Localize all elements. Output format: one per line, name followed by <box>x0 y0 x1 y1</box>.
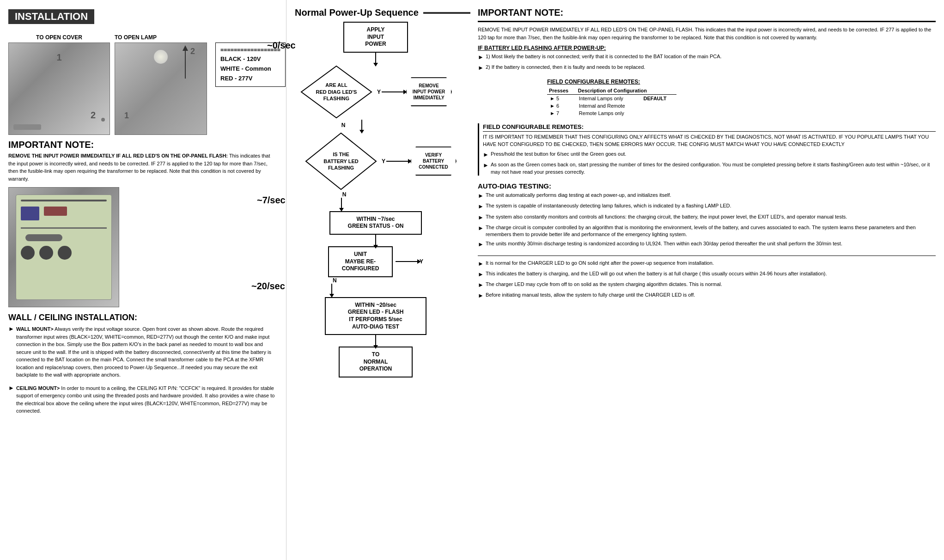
auto-diag-section: AUTO-DIAG TESTING: ► The unit automatica… <box>478 182 936 249</box>
field-config-item-2: ► As soon as the Green comes back on, st… <box>483 161 936 176</box>
important-note-left: IMPORTANT NOTE: REMOVE THE INPUT POWER I… <box>8 140 278 183</box>
cover-image-col: TO OPEN COVER 1 2 <box>8 34 110 135</box>
remotes-desc-5: Internal Lamps only <box>576 95 641 103</box>
field-config-note: IT IS IMPORTANT TO REMEMBER THAT THIS CO… <box>483 134 936 148</box>
are-all-row: ARE ALLRED DIAG LED'SFLASHING Y REMOVEIN… <box>295 64 457 120</box>
twenty-sec-row: ~20/sec N <box>295 277 457 295</box>
within-20-row: WITHIN ~20/sec GREEN LED - FLASH IT PERF… <box>295 297 457 335</box>
wall-mount-label: WALL MOUNT> <box>16 326 54 332</box>
arrow3 <box>375 235 376 246</box>
time-zero: ~0/sec <box>267 40 296 51</box>
important-note-title-right: IMPORTANT NOTE: <box>478 7 936 18</box>
lamp-image: 2 1 <box>115 43 207 135</box>
n-arrow-2 <box>341 198 342 209</box>
bottom-bullet-1: ► It is normal for the CHARGER LED to go… <box>478 260 936 268</box>
transformer-black: BLACK - 120V <box>220 55 280 64</box>
bottom-bullet-3: ► The charger LED may cycle from off to … <box>478 281 936 289</box>
bottom-bullet-2: ► This indicates the battery is charging… <box>478 270 936 279</box>
bottom-bullets: ► It is normal for the CHARGER LED to go… <box>478 256 936 300</box>
bottom-bullet-4: ► Before initiating manual tests, allow … <box>478 292 936 300</box>
wall-mount-item: ► WALL MOUNT> Always verify the input vo… <box>8 325 278 382</box>
cover-label: TO OPEN COVER <box>8 34 110 41</box>
n-label-3: N <box>333 277 337 284</box>
lamp-col: TO OPEN LAMP 2 1 ================ <box>115 34 286 135</box>
ceiling-bullet-arrow: ► <box>8 384 14 418</box>
remotes-desc-6: Internal and Remote <box>576 102 641 110</box>
n-label-1: N <box>341 122 346 128</box>
remotes-note-5: DEFAULT <box>641 95 676 103</box>
transformer-red: RED - 277V <box>220 74 280 84</box>
important-note-bold: REMOVE THE INPUT POWER IMMEDIATELY IF AL… <box>8 153 228 158</box>
bottom-1-text: It is normal for the CHARGER LED to go O… <box>486 260 714 268</box>
info-area: IMPORTANT NOTE: REMOVE THE INPUT POWER I… <box>478 7 936 553</box>
unit-maybe-box: UNIT MAYBE RE- CONFIGURED <box>328 246 393 277</box>
auto-diag-item-3: ► The system also constantly monitors an… <box>478 213 936 222</box>
auto-diag-item-2: ► The system is capable of instantaneous… <box>478 202 936 211</box>
wall-section: WALL / CEILING INSTALLATION: ► WALL MOUN… <box>8 313 278 418</box>
interior-image-row <box>8 187 278 307</box>
unit-maybe-row: UNIT MAYBE RE- CONFIGURED Y <box>295 246 457 277</box>
page: INSTALLATION TO OPEN COVER 1 2 <box>0 0 944 560</box>
normal-op-row: TO NORMAL OPERATION <box>295 347 457 377</box>
wall-mount-text: WALL MOUNT> Always verify the input volt… <box>16 325 278 379</box>
important-note-body-left: REMOVE THE INPUT POWER IMMEDIATELY IF AL… <box>8 152 278 183</box>
bottom-3-text: The charger LED may cycle from off to on… <box>486 281 722 289</box>
install-title: INSTALLATION <box>8 9 94 24</box>
remotes-col-presses: Presses <box>547 87 576 95</box>
y-label-2: Y <box>382 158 385 164</box>
transformer-white: WHITE - Common <box>220 64 280 74</box>
ceiling-mount-text: CEILING MOUNT> In order to mount to a ce… <box>16 384 278 415</box>
battery-item-2: ► 2) If the battery is connected, then i… <box>478 64 936 72</box>
apply-power-box: APPLY INPUT POWER <box>343 22 408 53</box>
is-battery-y-arrow: Y VERIFYBATTERYCONNECTED <box>382 146 457 176</box>
cover-image: 1 2 <box>8 43 110 135</box>
field-config-main-title: FIELD CONFIGURABLE REMOTES: <box>483 123 936 132</box>
remotes-row-7: ► 7 Remote Lamps only <box>547 110 676 117</box>
within-7-row: WITHIN ~7/sec GREEN STATUS - ON <box>295 211 457 235</box>
time-twenty: ~20/sec <box>251 281 285 292</box>
left-panel: INSTALLATION TO OPEN COVER 1 2 <box>0 0 286 560</box>
if-battery-title: IF BATTERY LED FLASHING AFTER POWER-UP: <box>478 45 936 51</box>
flowchart: ~0/sec APPLY INPUT POWER <box>295 22 457 377</box>
time-seven: ~7/sec <box>257 195 286 206</box>
flow-area: Normal Power-Up Sequence ~0/sec APPLY IN… <box>295 7 470 553</box>
field-config-item-1: ► Press/hold the test button for 6/sec u… <box>483 151 936 159</box>
within-20-box: WITHIN ~20/sec GREEN LED - FLASH IT PERF… <box>325 297 426 335</box>
auto-diag-item-4: ► The charge circuit is computer control… <box>478 224 936 238</box>
is-battery-row: IS THEBATTERY LEDFLASHING Y VERIFYBATTER… <box>295 131 457 191</box>
important-note-right: IMPORTANT NOTE: REMOVE THE INPUT POWER I… <box>478 7 936 72</box>
battery-item-1: ► 1) Most likely the battery is not conn… <box>478 53 936 61</box>
field-config-right: FIELD CONFIGURABLE REMOTES: Presses Desc… <box>547 79 936 117</box>
are-all-y-arrow: Y REMOVEINPUT POWERIMMEDIATELY <box>377 77 452 106</box>
arrow4 <box>375 335 376 347</box>
auto-diag-item-5: ► The units monthly 30/min discharge tes… <box>478 240 936 249</box>
auto-diag-title: AUTO-DIAG TESTING: <box>478 182 936 190</box>
field-config-item-2-text: As soon as the Green comes back on, star… <box>491 161 936 176</box>
top-install-row: TO OPEN COVER 1 2 TO OPEN LAMP 2 <box>8 34 278 135</box>
apply-power-row: APPLY INPUT POWER <box>295 22 457 53</box>
remotes-row-5: ► 5 Internal Lamps only DEFAULT <box>547 95 676 103</box>
seven-sec-row: ~7/sec N <box>295 191 457 209</box>
unit-y-arrow: Y <box>396 258 423 265</box>
n-arrow-1 <box>361 120 362 131</box>
wall-mount-body: Always verify the input voltage source. … <box>16 326 271 377</box>
n-label-2: N <box>342 191 347 198</box>
field-config-main: FIELD CONFIGURABLE REMOTES: IT IS IMPORT… <box>478 123 936 176</box>
bottom-2-text: This indicates the battery is charging, … <box>486 270 827 279</box>
auto-diag-5-text: The units monthly 30/min discharge testi… <box>486 240 842 249</box>
right-panel: Normal Power-Up Sequence ~0/sec APPLY IN… <box>286 0 944 560</box>
wall-ceiling-title: WALL / CEILING INSTALLATION: <box>8 313 278 323</box>
remotes-presses-5: ► 5 <box>547 95 576 103</box>
auto-diag-4-text: The charge circuit is computer controlle… <box>486 224 936 238</box>
important-note-title-left: IMPORTANT NOTE: <box>8 140 278 150</box>
auto-diag-item-1: ► The unit automatically performs diag t… <box>478 192 936 200</box>
flow-title: Normal Power-Up Sequence <box>295 7 419 18</box>
remotes-row-6: ► 6 Internal and Remote <box>547 102 676 110</box>
auto-diag-2-text: The system is capable of instantaneously… <box>486 202 731 211</box>
remotes-presses-7: ► 7 <box>547 110 576 117</box>
battery-item-1-text: 1) Most likely the battery is not connec… <box>486 53 722 61</box>
is-battery-diamond: IS THEBATTERY LEDFLASHING <box>304 131 378 191</box>
field-config-title-right: FIELD CONFIGURABLE REMOTES: <box>547 79 936 85</box>
ceiling-mount-item: ► CEILING MOUNT> In order to mount to a … <box>8 384 278 418</box>
n-arrow-3 <box>331 284 332 295</box>
